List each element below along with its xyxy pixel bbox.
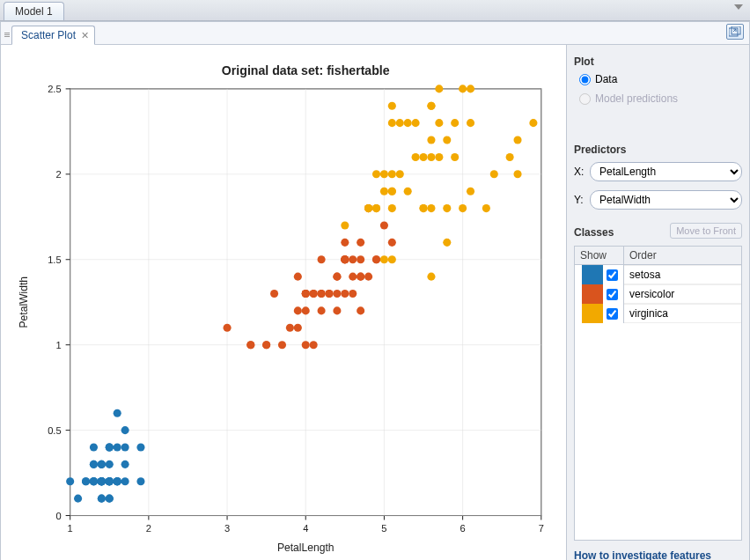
- close-icon[interactable]: ✕: [81, 30, 89, 41]
- data-point: [98, 477, 106, 485]
- data-point: [114, 477, 121, 485]
- class-row[interactable]: versicolor: [575, 284, 741, 304]
- data-point: [294, 273, 302, 281]
- data-point: [90, 443, 98, 451]
- data-point: [372, 170, 380, 178]
- outer-tab-bar: Model 1: [0, 0, 750, 21]
- data-point: [380, 170, 388, 178]
- data-point: [372, 255, 380, 263]
- data-point: [121, 461, 129, 468]
- class-show-cell: [575, 284, 624, 304]
- data-point: [419, 204, 427, 212]
- data-point: [294, 306, 302, 314]
- data-point: [121, 443, 129, 451]
- data-point: [74, 495, 82, 503]
- content-area: 123456700.511.522.5Original data set: fi…: [1, 45, 749, 560]
- data-point: [98, 461, 106, 468]
- radio-data[interactable]: Data: [574, 71, 742, 87]
- x-predictor-select[interactable]: PetalLength: [590, 162, 742, 181]
- svg-text:4: 4: [303, 523, 308, 534]
- svg-text:3: 3: [224, 523, 230, 534]
- data-point: [349, 255, 357, 263]
- class-row[interactable]: setosa: [575, 265, 741, 284]
- tab-grip-icon[interactable]: [4, 26, 10, 44]
- y-predictor-row: Y: PetalWidth: [574, 190, 742, 210]
- classes-heading: Classes: [574, 226, 614, 239]
- data-point: [451, 153, 459, 161]
- data-point: [357, 273, 364, 281]
- data-point: [341, 290, 349, 298]
- predictors-heading: Predictors: [574, 144, 742, 156]
- data-point: [357, 255, 364, 263]
- data-point: [388, 188, 396, 195]
- data-point: [427, 102, 435, 110]
- svg-text:1: 1: [55, 340, 61, 350]
- data-point: [341, 221, 349, 229]
- data-point: [388, 204, 396, 212]
- data-point: [459, 85, 467, 92]
- data-point: [435, 119, 443, 127]
- radio-model: Model predictions: [574, 91, 742, 107]
- data-point: [490, 170, 498, 178]
- data-point: [333, 290, 341, 298]
- data-point: [404, 119, 412, 127]
- data-point: [427, 204, 435, 212]
- svg-text:0: 0: [55, 511, 61, 521]
- data-point: [380, 221, 388, 229]
- data-point: [506, 153, 514, 161]
- data-point: [419, 153, 427, 161]
- col-show-header[interactable]: Show: [575, 247, 624, 264]
- data-point: [459, 204, 467, 212]
- class-show-checkbox[interactable]: [607, 289, 618, 300]
- data-point: [357, 239, 364, 247]
- svg-text:5: 5: [381, 523, 386, 534]
- class-row[interactable]: virginica: [575, 304, 741, 323]
- data-point: [136, 477, 144, 485]
- data-point: [325, 290, 333, 298]
- restore-panel-icon[interactable]: [726, 24, 744, 40]
- class-table-header: Show Order: [575, 247, 741, 265]
- data-point: [106, 443, 114, 451]
- scatter-plot: 123456700.511.522.5Original data set: fi…: [8, 52, 559, 560]
- data-point: [106, 477, 114, 485]
- radio-data-input[interactable]: [579, 74, 591, 85]
- data-point: [467, 119, 474, 127]
- data-point: [106, 495, 114, 503]
- data-point: [224, 324, 232, 332]
- data-point: [136, 443, 144, 451]
- data-point: [114, 409, 121, 417]
- outer-tab-model[interactable]: Model 1: [4, 2, 64, 20]
- data-point: [443, 204, 451, 212]
- data-point: [427, 153, 435, 161]
- data-point: [106, 461, 114, 468]
- side-panel: Plot Data Model predictions Predictors X…: [566, 45, 749, 560]
- data-point: [318, 306, 326, 314]
- data-point: [388, 119, 396, 127]
- data-point: [514, 136, 522, 144]
- help-link[interactable]: How to investigate features: [574, 549, 742, 560]
- data-point: [443, 136, 451, 144]
- data-point: [349, 273, 357, 281]
- data-point: [318, 255, 326, 263]
- class-show-checkbox[interactable]: [607, 269, 618, 281]
- col-order-header[interactable]: Order: [624, 247, 741, 264]
- x-label: X:: [574, 166, 586, 178]
- data-point: [443, 239, 451, 247]
- svg-text:7: 7: [539, 523, 544, 534]
- data-point: [278, 341, 286, 349]
- inner-tab-scatter[interactable]: Scatter Plot ✕: [11, 26, 95, 45]
- data-point: [388, 255, 396, 263]
- data-point: [388, 239, 396, 247]
- move-to-front-button: Move to Front: [670, 223, 742, 239]
- tab-dropdown-icon[interactable]: [734, 4, 743, 10]
- y-predictor-select[interactable]: PetalWidth: [590, 190, 742, 210]
- svg-text:2: 2: [55, 169, 61, 180]
- data-point: [357, 306, 364, 314]
- class-show-checkbox[interactable]: [607, 308, 618, 320]
- data-point: [396, 119, 404, 127]
- plot-heading: Plot: [574, 55, 742, 68]
- data-point: [318, 290, 326, 298]
- class-swatch: [582, 304, 603, 323]
- data-point: [349, 290, 357, 298]
- svg-text:1: 1: [68, 523, 73, 534]
